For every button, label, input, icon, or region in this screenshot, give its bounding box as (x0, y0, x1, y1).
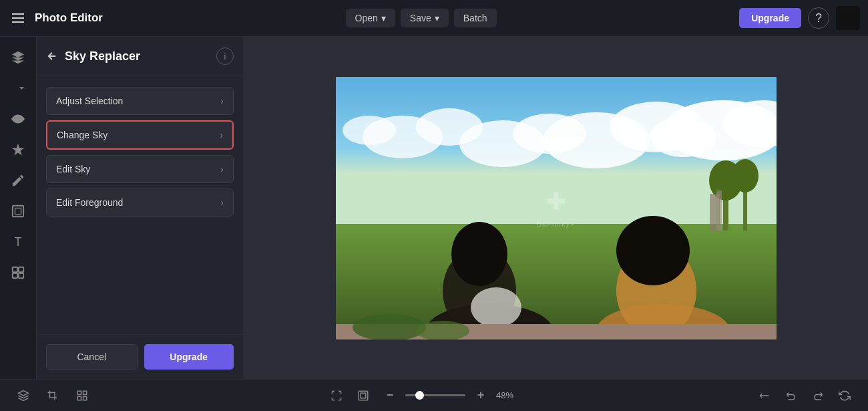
zoom-in-button[interactable]: + (471, 386, 491, 406)
change-sky-label: Change Sky (57, 130, 107, 140)
svg-rect-39 (83, 396, 87, 400)
header: Photo Editor Open ▾ Save ▾ Batch Upgrade… (0, 0, 868, 37)
bottom-center-tools: − + 48% (327, 386, 520, 406)
app-title: Photo Editor (35, 11, 103, 25)
zoom-out-button[interactable]: − (380, 386, 400, 406)
adjustments-icon[interactable] (4, 74, 32, 102)
adjust-selection-option[interactable]: Adjust Selection › (46, 87, 234, 115)
layers-bottom-button[interactable] (13, 386, 33, 406)
reset-button[interactable] (835, 386, 855, 406)
frames-icon[interactable] (4, 197, 32, 225)
edit-foreground-option[interactable]: Edit Foreground › (46, 188, 234, 217)
svg-rect-40 (359, 391, 368, 400)
back-button[interactable] (46, 50, 58, 62)
edit-sky-chevron: › (220, 164, 224, 174)
save-chevron-icon: ▾ (435, 13, 439, 23)
stickers-icon[interactable] (4, 259, 32, 287)
grid-bottom-button[interactable] (72, 386, 92, 406)
eye-icon[interactable] (4, 105, 32, 133)
save-button[interactable]: Save ▾ (401, 9, 449, 27)
header-left: Photo Editor (8, 11, 103, 25)
upgrade-button[interactable]: Upgrade (739, 8, 801, 28)
undo-button[interactable] (781, 386, 801, 406)
change-sky-option[interactable]: Change Sky › (46, 120, 234, 150)
brush-icon[interactable] (4, 166, 32, 194)
info-button[interactable]: i (216, 47, 234, 65)
panel-header: Sky Replacer i (37, 37, 243, 76)
tool-panel: Sky Replacer i Adjust Selection › Change… (37, 37, 244, 379)
canvas-area: ✚ BeFunky+ (244, 37, 868, 379)
hamburger-menu[interactable] (8, 11, 28, 25)
zoom-slider[interactable] (405, 394, 465, 396)
edit-foreground-chevron: › (220, 197, 224, 208)
cancel-button[interactable]: Cancel (46, 344, 138, 370)
main-area: T Sky Replacer i Adjust Selection › Chan… (0, 37, 868, 379)
svg-rect-1 (13, 206, 24, 217)
options-list: Adjust Selection › Change Sky › Edit Sky… (37, 76, 243, 334)
photo-svg (336, 77, 777, 339)
svg-rect-37 (83, 391, 87, 394)
bottom-right-tools (754, 386, 855, 406)
change-sky-chevron: › (220, 130, 223, 140)
adjust-selection-label: Adjust Selection (56, 96, 123, 106)
panel-actions: Cancel Upgrade (37, 334, 243, 379)
flip-button[interactable] (754, 386, 775, 406)
svg-rect-24 (716, 190, 722, 231)
svg-rect-6 (19, 273, 23, 278)
bottom-toolbar: − + 48% (0, 379, 868, 411)
header-center: Open ▾ Save ▾ Batch (103, 9, 739, 27)
adjust-selection-chevron: › (220, 96, 224, 106)
text-icon[interactable]: T (4, 228, 32, 256)
photo-canvas[interactable]: ✚ BeFunky+ (336, 77, 777, 339)
svg-rect-41 (361, 393, 366, 398)
photo-container: ✚ BeFunky+ (336, 77, 777, 339)
edit-sky-label: Edit Sky (56, 164, 90, 174)
svg-rect-5 (13, 273, 17, 278)
svg-rect-3 (13, 267, 17, 272)
open-button[interactable]: Open ▾ (346, 9, 395, 27)
layers-icon[interactable] (4, 43, 32, 72)
icon-sidebar: T (0, 37, 37, 379)
fit-screen-button[interactable] (327, 386, 347, 406)
svg-point-22 (732, 159, 758, 192)
user-avatar[interactable] (836, 6, 860, 30)
open-chevron-icon: ▾ (381, 13, 386, 23)
edit-sky-option[interactable]: Edit Sky › (46, 155, 234, 183)
batch-button[interactable]: Batch (454, 9, 497, 27)
svg-rect-4 (19, 267, 23, 272)
svg-point-18 (343, 116, 396, 145)
svg-point-32 (471, 287, 521, 327)
svg-rect-2 (15, 208, 21, 214)
panel-title: Sky Replacer (65, 49, 210, 63)
redo-button[interactable] (808, 386, 828, 406)
svg-point-27 (451, 222, 507, 286)
header-right: Upgrade ? (739, 6, 860, 30)
crop-ratio-button[interactable] (353, 386, 373, 406)
zoom-control: − + 48% (380, 386, 520, 406)
svg-rect-38 (77, 396, 81, 400)
bottom-left-tools (13, 386, 92, 406)
svg-point-0 (16, 117, 20, 121)
edit-foreground-label: Edit Foreground (56, 197, 123, 208)
svg-rect-36 (77, 391, 81, 394)
magic-icon[interactable] (4, 136, 32, 164)
crop-bottom-button[interactable] (43, 386, 63, 406)
zoom-percentage: 48% (496, 390, 520, 400)
help-button[interactable]: ? (808, 7, 829, 29)
svg-point-30 (616, 216, 690, 285)
upgrade-panel-button[interactable]: Upgrade (144, 344, 234, 370)
